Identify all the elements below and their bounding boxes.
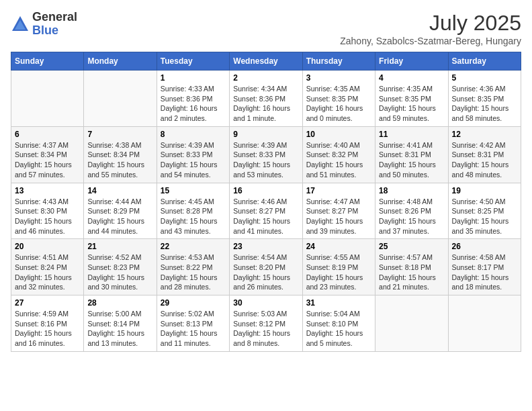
- calendar-week-row: 13Sunrise: 4:43 AM Sunset: 8:30 PM Dayli…: [11, 183, 521, 239]
- day-number: 26: [452, 242, 517, 251]
- calendar-day-cell: [375, 295, 448, 352]
- day-number: 9: [233, 130, 298, 139]
- day-number: 12: [452, 130, 517, 139]
- calendar-week-row: 27Sunrise: 4:59 AM Sunset: 8:16 PM Dayli…: [11, 295, 521, 352]
- day-number: 27: [15, 298, 80, 308]
- day-number: 30: [233, 298, 298, 308]
- calendar-day-cell: 10Sunrise: 4:40 AM Sunset: 8:32 PM Dayli…: [302, 126, 375, 183]
- page-header: General Blue July 2025 Zahony, Szabolcs-…: [11, 11, 521, 46]
- day-info: Sunrise: 5:00 AM Sunset: 8:14 PM Dayligh…: [87, 309, 152, 349]
- day-info: Sunrise: 4:47 AM Sunset: 8:27 PM Dayligh…: [306, 197, 371, 236]
- weekday-header-cell: Monday: [84, 52, 157, 71]
- logo-text: General Blue: [32, 11, 77, 38]
- day-info: Sunrise: 4:34 AM Sunset: 8:36 PM Dayligh…: [233, 84, 298, 124]
- day-info: Sunrise: 4:59 AM Sunset: 8:16 PM Dayligh…: [15, 309, 80, 349]
- day-info: Sunrise: 4:51 AM Sunset: 8:24 PM Dayligh…: [15, 253, 80, 292]
- calendar-day-cell: [11, 71, 84, 127]
- calendar-table: SundayMondayTuesdayWednesdayThursdayFrid…: [11, 52, 521, 352]
- day-number: 6: [15, 130, 80, 139]
- weekday-header-cell: Tuesday: [157, 52, 229, 71]
- day-number: 24: [306, 242, 371, 251]
- logo-icon: [11, 15, 30, 34]
- calendar-day-cell: 19Sunrise: 4:50 AM Sunset: 8:25 PM Dayli…: [448, 183, 521, 239]
- calendar-week-row: 1Sunrise: 4:33 AM Sunset: 8:36 PM Daylig…: [11, 71, 521, 127]
- calendar-day-cell: 8Sunrise: 4:39 AM Sunset: 8:33 PM Daylig…: [157, 126, 229, 183]
- day-info: Sunrise: 4:35 AM Sunset: 8:35 PM Dayligh…: [306, 84, 371, 124]
- calendar-day-cell: 6Sunrise: 4:37 AM Sunset: 8:34 PM Daylig…: [11, 126, 84, 183]
- day-number: 11: [379, 130, 444, 139]
- day-info: Sunrise: 4:39 AM Sunset: 8:33 PM Dayligh…: [161, 140, 226, 180]
- calendar-day-cell: 13Sunrise: 4:43 AM Sunset: 8:30 PM Dayli…: [11, 183, 84, 239]
- day-number: 15: [161, 186, 226, 195]
- logo: General Blue: [11, 11, 77, 38]
- day-number: 31: [306, 298, 371, 308]
- weekday-header-cell: Sunday: [11, 52, 84, 71]
- day-info: Sunrise: 4:54 AM Sunset: 8:20 PM Dayligh…: [233, 253, 298, 292]
- weekday-header-cell: Saturday: [448, 52, 521, 71]
- day-number: 25: [379, 242, 444, 251]
- calendar-day-cell: [84, 71, 157, 127]
- day-info: Sunrise: 4:36 AM Sunset: 8:35 PM Dayligh…: [452, 84, 517, 124]
- calendar-day-cell: 18Sunrise: 4:48 AM Sunset: 8:26 PM Dayli…: [375, 183, 448, 239]
- calendar-day-cell: 24Sunrise: 4:55 AM Sunset: 8:19 PM Dayli…: [302, 239, 375, 295]
- day-info: Sunrise: 5:03 AM Sunset: 8:12 PM Dayligh…: [233, 309, 298, 349]
- calendar-day-cell: 28Sunrise: 5:00 AM Sunset: 8:14 PM Dayli…: [84, 295, 157, 352]
- calendar-day-cell: 14Sunrise: 4:44 AM Sunset: 8:29 PM Dayli…: [84, 183, 157, 239]
- day-info: Sunrise: 4:42 AM Sunset: 8:31 PM Dayligh…: [452, 140, 517, 180]
- calendar-body: 1Sunrise: 4:33 AM Sunset: 8:36 PM Daylig…: [11, 71, 521, 352]
- day-info: Sunrise: 4:50 AM Sunset: 8:25 PM Dayligh…: [452, 197, 517, 236]
- calendar-day-cell: 4Sunrise: 4:35 AM Sunset: 8:35 PM Daylig…: [375, 71, 448, 127]
- logo-blue: Blue: [32, 24, 58, 37]
- day-number: 18: [379, 186, 444, 195]
- logo-general: General: [32, 10, 77, 24]
- weekday-header-cell: Friday: [375, 52, 448, 71]
- day-info: Sunrise: 4:41 AM Sunset: 8:31 PM Dayligh…: [379, 140, 444, 180]
- day-number: 16: [233, 186, 298, 195]
- day-info: Sunrise: 5:02 AM Sunset: 8:13 PM Dayligh…: [161, 309, 226, 349]
- day-info: Sunrise: 4:35 AM Sunset: 8:35 PM Dayligh…: [379, 84, 444, 124]
- calendar-day-cell: 7Sunrise: 4:38 AM Sunset: 8:34 PM Daylig…: [84, 126, 157, 183]
- day-number: 3: [306, 73, 371, 83]
- calendar-day-cell: 29Sunrise: 5:02 AM Sunset: 8:13 PM Dayli…: [157, 295, 229, 352]
- location: Zahony, Szabolcs-Szatmar-Bereg, Hungary: [340, 36, 521, 46]
- day-number: 14: [87, 186, 152, 195]
- weekday-header-cell: Thursday: [302, 52, 375, 71]
- day-number: 1: [161, 73, 226, 83]
- day-number: 10: [306, 130, 371, 139]
- calendar-day-cell: 26Sunrise: 4:58 AM Sunset: 8:17 PM Dayli…: [448, 239, 521, 295]
- calendar-day-cell: 12Sunrise: 4:42 AM Sunset: 8:31 PM Dayli…: [448, 126, 521, 183]
- day-number: 29: [161, 298, 226, 308]
- calendar-day-cell: 1Sunrise: 4:33 AM Sunset: 8:36 PM Daylig…: [157, 71, 229, 127]
- calendar-day-cell: 27Sunrise: 4:59 AM Sunset: 8:16 PM Dayli…: [11, 295, 84, 352]
- day-info: Sunrise: 4:57 AM Sunset: 8:18 PM Dayligh…: [379, 253, 444, 292]
- day-number: 2: [233, 73, 298, 83]
- day-number: 23: [233, 242, 298, 251]
- calendar-day-cell: 20Sunrise: 4:51 AM Sunset: 8:24 PM Dayli…: [11, 239, 84, 295]
- day-info: Sunrise: 4:43 AM Sunset: 8:30 PM Dayligh…: [15, 197, 80, 236]
- day-number: 5: [452, 73, 517, 83]
- day-number: 20: [15, 242, 80, 251]
- day-info: Sunrise: 4:52 AM Sunset: 8:23 PM Dayligh…: [87, 253, 152, 292]
- title-block: July 2025 Zahony, Szabolcs-Szatmar-Bereg…: [340, 11, 521, 46]
- day-number: 21: [87, 242, 152, 251]
- calendar-day-cell: 21Sunrise: 4:52 AM Sunset: 8:23 PM Dayli…: [84, 239, 157, 295]
- calendar-day-cell: 16Sunrise: 4:46 AM Sunset: 8:27 PM Dayli…: [230, 183, 302, 239]
- day-info: Sunrise: 4:40 AM Sunset: 8:32 PM Dayligh…: [306, 140, 371, 180]
- weekday-header-row: SundayMondayTuesdayWednesdayThursdayFrid…: [11, 52, 521, 71]
- day-number: 28: [87, 298, 152, 308]
- calendar-day-cell: 3Sunrise: 4:35 AM Sunset: 8:35 PM Daylig…: [302, 71, 375, 127]
- day-info: Sunrise: 4:48 AM Sunset: 8:26 PM Dayligh…: [379, 197, 444, 236]
- day-info: Sunrise: 4:33 AM Sunset: 8:36 PM Dayligh…: [161, 84, 226, 124]
- calendar-day-cell: 9Sunrise: 4:39 AM Sunset: 8:33 PM Daylig…: [230, 126, 302, 183]
- calendar-day-cell: 30Sunrise: 5:03 AM Sunset: 8:12 PM Dayli…: [230, 295, 302, 352]
- month-year: July 2025: [340, 11, 521, 36]
- day-info: Sunrise: 4:55 AM Sunset: 8:19 PM Dayligh…: [306, 253, 371, 292]
- day-number: 17: [306, 186, 371, 195]
- day-info: Sunrise: 4:38 AM Sunset: 8:34 PM Dayligh…: [87, 140, 152, 180]
- day-info: Sunrise: 5:04 AM Sunset: 8:10 PM Dayligh…: [306, 309, 371, 349]
- day-number: 4: [379, 73, 444, 83]
- day-number: 7: [87, 130, 152, 139]
- weekday-header-cell: Wednesday: [230, 52, 302, 71]
- calendar-week-row: 20Sunrise: 4:51 AM Sunset: 8:24 PM Dayli…: [11, 239, 521, 295]
- calendar-day-cell: 2Sunrise: 4:34 AM Sunset: 8:36 PM Daylig…: [230, 71, 302, 127]
